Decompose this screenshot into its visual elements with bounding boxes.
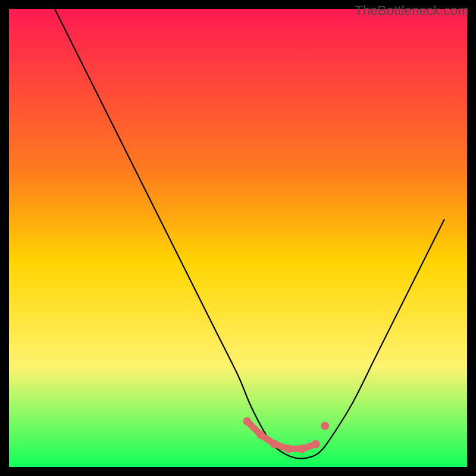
marker-dot (321, 422, 329, 430)
marker-dot (271, 440, 279, 449)
chart-svg (9, 9, 467, 467)
marker-dot (243, 417, 251, 425)
marker-dot (298, 444, 306, 453)
watermark-text: TheBottleneck.com (355, 3, 469, 18)
marker-dot (257, 431, 265, 439)
marker-dot (312, 440, 320, 449)
gradient-background (9, 9, 467, 467)
marker-dot (284, 444, 293, 453)
chart-container: TheBottleneck.com (0, 0, 476, 476)
plot-area (9, 9, 467, 467)
